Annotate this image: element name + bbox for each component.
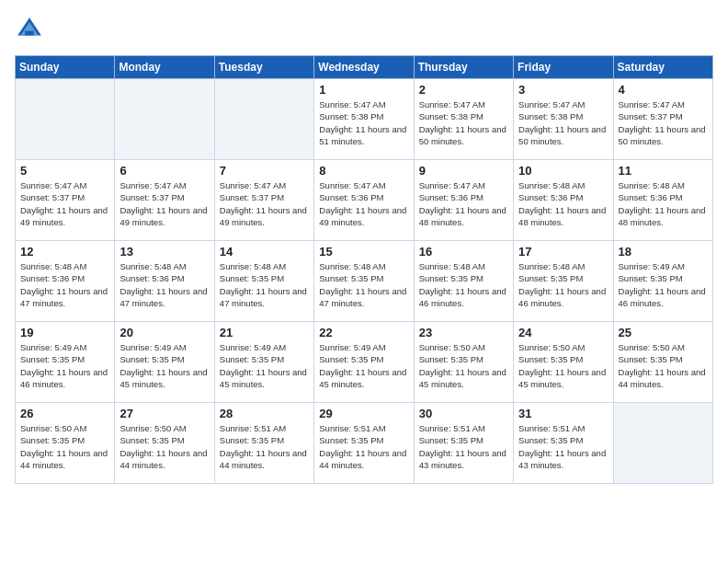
day-info: Sunrise: 5:49 AMSunset: 5:35 PMDaylight:…: [20, 341, 109, 390]
week-row-1: 1Sunrise: 5:47 AMSunset: 5:38 PMDaylight…: [16, 79, 713, 160]
day-info: Sunrise: 5:49 AMSunset: 5:35 PMDaylight:…: [119, 341, 209, 390]
day-number: 31: [518, 407, 608, 420]
day-cell: 17Sunrise: 5:48 AMSunset: 5:35 PMDayligh…: [514, 241, 613, 322]
day-info: Sunrise: 5:47 AMSunset: 5:38 PMDaylight:…: [319, 98, 408, 147]
day-cell: 22Sunrise: 5:49 AMSunset: 5:35 PMDayligh…: [314, 322, 414, 403]
day-info: Sunrise: 5:51 AMSunset: 5:35 PMDaylight:…: [220, 422, 309, 471]
page-header: [15, 15, 713, 44]
day-cell: 12Sunrise: 5:48 AMSunset: 5:36 PMDayligh…: [16, 241, 115, 322]
week-row-5: 26Sunrise: 5:50 AMSunset: 5:35 PMDayligh…: [16, 403, 713, 484]
day-cell: 4Sunrise: 5:47 AMSunset: 5:37 PMDaylight…: [613, 79, 712, 160]
day-info: Sunrise: 5:48 AMSunset: 5:36 PMDaylight:…: [119, 260, 209, 309]
day-info: Sunrise: 5:48 AMSunset: 5:36 PMDaylight:…: [518, 179, 608, 228]
day-number: 16: [419, 245, 508, 259]
day-cell: [214, 79, 313, 160]
day-info: Sunrise: 5:47 AMSunset: 5:37 PMDaylight:…: [20, 179, 109, 228]
day-header-wednesday: Wednesday: [314, 56, 414, 79]
day-cell: 15Sunrise: 5:48 AMSunset: 5:35 PMDayligh…: [314, 241, 414, 322]
day-info: Sunrise: 5:50 AMSunset: 5:35 PMDaylight:…: [518, 341, 608, 390]
day-number: 4: [619, 83, 708, 97]
day-info: Sunrise: 5:48 AMSunset: 5:35 PMDaylight:…: [319, 260, 408, 309]
day-info: Sunrise: 5:50 AMSunset: 5:35 PMDaylight:…: [619, 341, 708, 390]
day-number: 28: [220, 407, 309, 420]
day-number: 20: [119, 326, 209, 339]
day-info: Sunrise: 5:48 AMSunset: 5:35 PMDaylight:…: [419, 260, 508, 309]
day-cell: 13Sunrise: 5:48 AMSunset: 5:36 PMDayligh…: [115, 241, 214, 322]
day-info: Sunrise: 5:51 AMSunset: 5:35 PMDaylight:…: [319, 422, 408, 471]
day-info: Sunrise: 5:50 AMSunset: 5:35 PMDaylight:…: [119, 422, 209, 471]
day-header-friday: Friday: [514, 56, 613, 79]
day-number: 22: [319, 326, 408, 339]
day-number: 19: [20, 326, 109, 339]
day-number: 24: [518, 326, 608, 339]
day-cell: 8Sunrise: 5:47 AMSunset: 5:36 PMDaylight…: [314, 160, 414, 241]
day-number: 30: [419, 407, 508, 420]
day-cell: 1Sunrise: 5:47 AMSunset: 5:38 PMDaylight…: [314, 79, 414, 160]
day-cell: 24Sunrise: 5:50 AMSunset: 5:35 PMDayligh…: [514, 322, 613, 403]
day-number: 8: [319, 164, 408, 178]
day-number: 11: [619, 164, 708, 178]
day-info: Sunrise: 5:47 AMSunset: 5:37 PMDaylight:…: [619, 98, 708, 147]
day-cell: 7Sunrise: 5:47 AMSunset: 5:37 PMDaylight…: [214, 160, 313, 241]
logo-icon: [15, 15, 44, 44]
day-number: 15: [319, 245, 408, 259]
day-cell: 6Sunrise: 5:47 AMSunset: 5:37 PMDaylight…: [115, 160, 214, 241]
day-cell: 18Sunrise: 5:49 AMSunset: 5:35 PMDayligh…: [613, 241, 712, 322]
day-number: 2: [419, 83, 508, 97]
day-number: 12: [20, 245, 109, 259]
week-row-3: 12Sunrise: 5:48 AMSunset: 5:36 PMDayligh…: [16, 241, 713, 322]
day-number: 6: [119, 164, 209, 178]
day-cell: 30Sunrise: 5:51 AMSunset: 5:35 PMDayligh…: [414, 403, 513, 484]
day-number: 10: [518, 164, 608, 178]
day-cell: 9Sunrise: 5:47 AMSunset: 5:36 PMDaylight…: [414, 160, 513, 241]
day-cell: 16Sunrise: 5:48 AMSunset: 5:35 PMDayligh…: [414, 241, 513, 322]
day-header-tuesday: Tuesday: [214, 56, 313, 79]
day-cell: 29Sunrise: 5:51 AMSunset: 5:35 PMDayligh…: [314, 403, 414, 484]
day-number: 26: [20, 407, 109, 420]
day-cell: 14Sunrise: 5:48 AMSunset: 5:35 PMDayligh…: [214, 241, 313, 322]
day-number: 27: [119, 407, 209, 420]
day-cell: 11Sunrise: 5:48 AMSunset: 5:36 PMDayligh…: [613, 160, 712, 241]
day-cell: 31Sunrise: 5:51 AMSunset: 5:35 PMDayligh…: [514, 403, 613, 484]
day-header-saturday: Saturday: [613, 56, 712, 79]
day-info: Sunrise: 5:47 AMSunset: 5:36 PMDaylight:…: [319, 179, 408, 228]
day-cell: 28Sunrise: 5:51 AMSunset: 5:35 PMDayligh…: [214, 403, 313, 484]
day-number: 3: [518, 83, 608, 97]
day-info: Sunrise: 5:48 AMSunset: 5:36 PMDaylight:…: [20, 260, 109, 309]
day-info: Sunrise: 5:48 AMSunset: 5:35 PMDaylight:…: [220, 260, 309, 309]
day-cell: 27Sunrise: 5:50 AMSunset: 5:35 PMDayligh…: [115, 403, 214, 484]
day-cell: [16, 79, 115, 160]
day-info: Sunrise: 5:49 AMSunset: 5:35 PMDaylight:…: [220, 341, 309, 390]
day-header-monday: Monday: [115, 56, 214, 79]
day-info: Sunrise: 5:50 AMSunset: 5:35 PMDaylight:…: [20, 422, 109, 471]
day-cell: [115, 79, 214, 160]
day-number: 7: [220, 164, 309, 178]
day-cell: 20Sunrise: 5:49 AMSunset: 5:35 PMDayligh…: [115, 322, 214, 403]
day-number: 14: [220, 245, 309, 259]
day-cell: 5Sunrise: 5:47 AMSunset: 5:37 PMDaylight…: [16, 160, 115, 241]
day-info: Sunrise: 5:48 AMSunset: 5:36 PMDaylight:…: [619, 179, 708, 228]
day-info: Sunrise: 5:50 AMSunset: 5:35 PMDaylight:…: [419, 341, 508, 390]
day-number: 18: [619, 245, 708, 259]
day-number: 25: [619, 326, 708, 339]
day-header-sunday: Sunday: [16, 56, 115, 79]
day-cell: 26Sunrise: 5:50 AMSunset: 5:35 PMDayligh…: [16, 403, 115, 484]
logo: [15, 15, 48, 44]
day-number: 1: [319, 83, 408, 97]
week-row-2: 5Sunrise: 5:47 AMSunset: 5:37 PMDaylight…: [16, 160, 713, 241]
day-number: 29: [319, 407, 408, 420]
day-number: 23: [419, 326, 508, 339]
day-info: Sunrise: 5:47 AMSunset: 5:37 PMDaylight:…: [220, 179, 309, 228]
day-cell: 23Sunrise: 5:50 AMSunset: 5:35 PMDayligh…: [414, 322, 513, 403]
day-number: 5: [20, 164, 109, 178]
day-info: Sunrise: 5:47 AMSunset: 5:38 PMDaylight:…: [419, 98, 508, 147]
day-cell: 21Sunrise: 5:49 AMSunset: 5:35 PMDayligh…: [214, 322, 313, 403]
day-cell: [613, 403, 712, 484]
calendar-table: SundayMondayTuesdayWednesdayThursdayFrid…: [15, 55, 713, 484]
day-info: Sunrise: 5:47 AMSunset: 5:38 PMDaylight:…: [518, 98, 608, 147]
day-info: Sunrise: 5:51 AMSunset: 5:35 PMDaylight:…: [419, 422, 508, 471]
day-number: 17: [518, 245, 608, 259]
day-info: Sunrise: 5:47 AMSunset: 5:37 PMDaylight:…: [119, 179, 209, 228]
day-number: 21: [220, 326, 309, 339]
day-header-row: SundayMondayTuesdayWednesdayThursdayFrid…: [16, 56, 713, 79]
